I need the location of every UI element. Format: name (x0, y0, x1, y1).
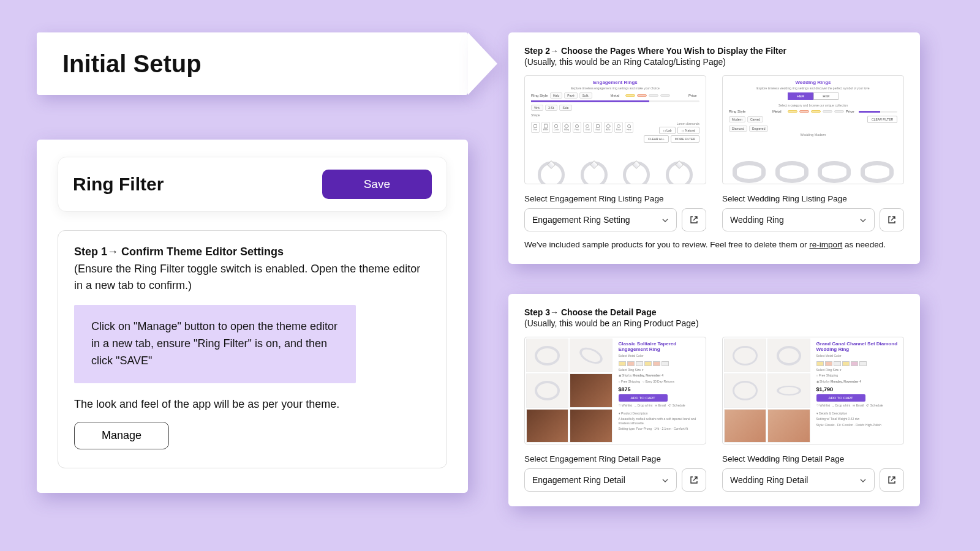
save-button[interactable]: Save (322, 170, 432, 199)
wedding-detail-label: Select Wedding Ring Detail Page (722, 454, 904, 463)
product-name: Classic Solitaire Tapered Engagement Rin… (619, 341, 701, 352)
product-price: $1,790 (816, 386, 899, 392)
open-wedding-listing-button[interactable] (880, 208, 904, 231)
preview-title: Wedding Rings (723, 80, 903, 85)
engagement-detail-select[interactable]: Engagement Ring Detail (524, 468, 677, 492)
chevron-down-icon (662, 216, 669, 223)
step1-box: Step 1→ Confirm Theme Editor Settings (E… (58, 230, 447, 468)
select-value: Wedding Ring Detail (730, 475, 808, 485)
select-value: Engagement Ring Detail (532, 475, 625, 485)
preview-tagline: Explore timeless engagement ring setting… (525, 86, 706, 90)
wedding-detail-select[interactable]: Wedding Ring Detail (722, 468, 875, 492)
step2-card: Step 2→ Choose the Pages Where You Wish … (508, 32, 920, 264)
reimport-link[interactable]: re-import (809, 240, 842, 249)
step2-subtext: (Usually, this would be an Ring Catalog/… (524, 57, 904, 67)
hero-title: Initial Setup (62, 50, 202, 78)
product-price: $875 (619, 386, 701, 392)
step1-subtext: (Ensure the Ring Filter toggle switch is… (74, 261, 431, 294)
sample-products-note: We've included sample products for you t… (524, 240, 904, 249)
select-value: Engagement Ring Setting (532, 215, 630, 225)
step2-heading: Step 2→ Choose the Pages Where You Wish … (524, 46, 904, 56)
engagement-detail-preview: Classic Solitaire Tapered Engagement Rin… (524, 337, 706, 444)
step1-callout: Click on "Manage" button to open the the… (74, 305, 356, 383)
engagement-listing-label: Select Engagement Ring Listing Page (524, 194, 706, 203)
wedding-listing-label: Select Wedding Ring Listing Page (722, 194, 904, 203)
chevron-down-icon (662, 476, 669, 484)
step3-card: Step 3→ Choose the Detail Page (Usually,… (508, 294, 920, 506)
select-value: Wedding Ring (730, 215, 784, 225)
hero-banner: Initial Setup (37, 32, 468, 95)
product-name: Grand Canal Channel Set Diamond Wedding … (816, 341, 899, 352)
chevron-down-icon (859, 216, 867, 223)
wedding-listing-select[interactable]: Wedding Ring (722, 208, 875, 231)
manage-button[interactable]: Manage (74, 422, 169, 449)
engagement-detail-label: Select Engagement Ring Detail Page (524, 454, 706, 463)
ring-filter-header: Ring Filter Save (58, 157, 447, 212)
step3-subtext: (Usually, this would be an Ring Product … (524, 318, 904, 328)
ring-filter-title: Ring Filter (73, 174, 164, 195)
add-to-cart: ADD TO CART (619, 394, 668, 402)
engagement-listing-select[interactable]: Engagement Ring Setting (524, 208, 677, 231)
step1-card: Ring Filter Save Step 1→ Confirm Theme E… (37, 140, 468, 493)
wedding-detail-preview: Grand Canal Channel Set Diamond Wedding … (722, 337, 904, 444)
step3-heading: Step 3→ Choose the Detail Page (524, 307, 904, 317)
open-engagement-detail-button[interactable] (682, 468, 706, 492)
add-to-cart: ADD TO CART (816, 394, 865, 402)
engagement-listing-preview: Engagement Rings Explore timeless engage… (524, 75, 706, 184)
look-feel-note: The look and feel of the app will be as … (74, 398, 431, 411)
open-engagement-listing-button[interactable] (682, 208, 706, 231)
chevron-down-icon (859, 476, 867, 484)
external-link-icon (887, 215, 897, 225)
step1-heading: Step 1→ Confirm Theme Editor Settings (74, 246, 431, 258)
external-link-icon (689, 215, 699, 225)
preview-title: Engagement Rings (525, 80, 706, 85)
external-link-icon (689, 475, 699, 485)
preview-tagline: Explore timeless wedding ring settings a… (723, 86, 903, 90)
wedding-listing-preview: Wedding Rings Explore timeless wedding r… (722, 75, 904, 184)
external-link-icon (887, 475, 897, 485)
open-wedding-detail-button[interactable] (880, 468, 904, 492)
